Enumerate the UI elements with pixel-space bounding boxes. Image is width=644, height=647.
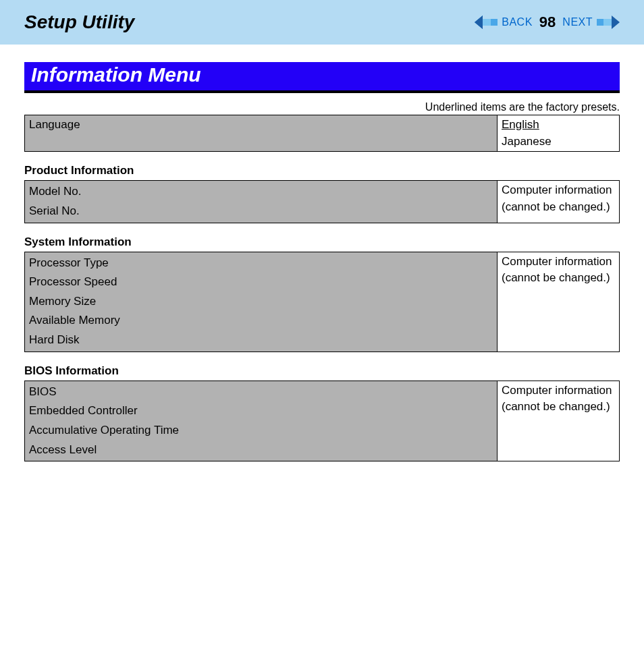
table-row: Available Memory (29, 311, 493, 331)
bios-info-note: Computer information (cannot be changed.… (498, 381, 620, 461)
language-table: Language English Japanese (24, 115, 620, 152)
header-bar: Setup Utility BACK 98 NEXT (0, 0, 644, 46)
svg-marker-7 (612, 16, 620, 29)
readonly-note-line1: Computer information (502, 384, 612, 397)
readonly-note-line2: (cannot be changed.) (502, 400, 610, 413)
page-number: 98 (539, 13, 556, 31)
factory-preset-note: Underlined items are the factory presets… (24, 101, 620, 113)
table-row: Model No. (29, 182, 493, 202)
nav-group: BACK 98 NEXT (475, 13, 620, 31)
readonly-note-line2: (cannot be changed.) (502, 200, 610, 213)
language-option-english: English (502, 118, 539, 131)
language-label: Language (29, 118, 80, 131)
content-area: Information Menu Underlined items are th… (0, 46, 644, 461)
product-info-items: Model No. Serial No. (25, 181, 498, 223)
next-arrow-icon[interactable] (597, 16, 620, 29)
svg-marker-2 (475, 16, 483, 29)
product-info-note: Computer information (cannot be changed.… (498, 181, 620, 223)
readonly-note-line1: Computer information (502, 255, 612, 268)
table-row: Hard Disk (29, 331, 493, 350)
table-row: Processor Speed (29, 273, 493, 292)
system-info-table: Processor Type Processor Speed Memory Si… (24, 252, 620, 352)
back-button[interactable]: BACK (502, 16, 533, 28)
language-label-cell: Language (25, 115, 498, 152)
system-info-heading: System Information (24, 235, 620, 249)
table-row: Memory Size (29, 292, 493, 312)
table-row: Serial No. (29, 202, 493, 221)
product-info-table: Model No. Serial No. Computer informatio… (24, 180, 620, 223)
bios-info-heading: BIOS Information (24, 364, 620, 378)
language-option-japanese: Japanese (502, 135, 552, 148)
readonly-note-line2: (cannot be changed.) (502, 271, 610, 284)
svg-rect-6 (603, 19, 612, 26)
table-row: Access Level (29, 441, 493, 460)
readonly-note-line1: Computer information (502, 184, 612, 196)
table-row: BIOS (29, 383, 493, 402)
table-row: Processor Type (29, 254, 493, 273)
table-row: Accumulative Operating Time (29, 421, 493, 441)
bios-info-items: BIOS Embedded Controller Accumulative Op… (25, 381, 498, 461)
product-info-heading: Product Information (24, 164, 620, 177)
next-button[interactable]: NEXT (562, 16, 593, 28)
back-arrow-icon[interactable] (475, 16, 498, 29)
page-title: Setup Utility (24, 11, 134, 33)
system-info-note: Computer information (cannot be changed.… (498, 252, 620, 351)
section-heading: Information Menu (24, 62, 620, 93)
table-row: Embedded Controller (29, 401, 493, 421)
bios-info-table: BIOS Embedded Controller Accumulative Op… (24, 381, 620, 462)
language-options-cell: English Japanese (498, 115, 620, 152)
svg-rect-4 (483, 19, 491, 26)
system-info-items: Processor Type Processor Speed Memory Si… (25, 252, 498, 351)
